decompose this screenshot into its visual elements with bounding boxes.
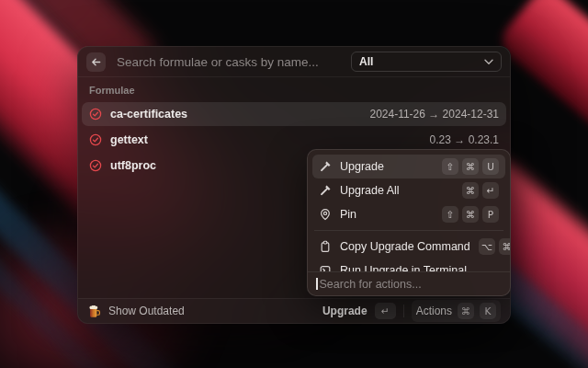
upgrade-action-label[interactable]: Upgrade [322, 305, 368, 317]
arrow-left-icon [90, 56, 102, 68]
beer-mug-icon [87, 305, 101, 318]
menu-item-copy-upgrade-command[interactable]: Copy Upgrade Command ⌥ ⌘ C [312, 235, 505, 259]
filter-dropdown-value: All [359, 55, 373, 68]
check-circle-icon [89, 159, 102, 172]
pin-icon [319, 208, 332, 221]
chevron-down-icon [484, 59, 493, 65]
formula-version-change: 2024-11-26 → 2024-12-31 [369, 108, 499, 121]
enter-key-badge: ↵ [375, 303, 396, 319]
option-key-badge: ⌥ [479, 238, 495, 255]
clipboard-icon [319, 240, 332, 253]
shift-key-badge: ⇧ [442, 206, 458, 223]
hammer-icon [319, 184, 332, 197]
menu-item-label: Upgrade [340, 160, 384, 173]
k-key-badge: K [480, 303, 496, 319]
actions-search-placeholder: Search for actions... [320, 278, 422, 291]
menu-item-label: Run Upgrade in Terminal [340, 264, 467, 271]
section-label: Formulae [82, 83, 506, 102]
footer-divider [403, 305, 404, 317]
actions-button[interactable]: Actions ⌘ K [412, 300, 501, 322]
shift-key-badge: ⇧ [442, 158, 458, 175]
cmd-key-badge: ⌘ [462, 182, 479, 199]
formula-name: utf8proc [110, 159, 156, 172]
search-header: All [78, 47, 510, 77]
terminal-icon [319, 264, 332, 271]
check-circle-icon [89, 133, 102, 146]
formula-name: ca-certificates [110, 108, 187, 121]
menu-item-label: Copy Upgrade Command [340, 240, 470, 253]
formula-version-change: 0.23 → 0.23.1 [430, 133, 499, 146]
p-key-badge: P [482, 206, 499, 223]
menu-item-label: Pin [340, 208, 356, 221]
menu-item-run-upgrade-in-terminal[interactable]: Run Upgrade in Terminal [312, 259, 505, 271]
status-bar: Show Outdated Upgrade ↵ Actions ⌘ K [78, 298, 510, 323]
cmd-key-badge: ⌘ [462, 206, 479, 223]
menu-item-pin[interactable]: Pin ⇧ ⌘ P [312, 202, 505, 226]
formula-name: gettext [110, 133, 148, 146]
list-item-ca-certificates[interactable]: ca-certificates 2024-11-26 → 2024-12-31 [82, 102, 506, 126]
search-input[interactable] [115, 54, 342, 70]
text-caret [316, 278, 318, 290]
u-key-badge: U [482, 158, 499, 175]
cmd-key-badge: ⌘ [499, 238, 510, 255]
cmd-key-badge: ⌘ [458, 303, 474, 319]
menu-item-upgrade-all[interactable]: Upgrade All ⌘ ↵ [312, 178, 505, 202]
actions-search-field[interactable]: Search for actions... [308, 271, 510, 295]
show-outdated-label: Show Outdated [108, 305, 185, 317]
actions-panel-list: Upgrade ⇧ ⌘ U Upgrade All ⌘ ↵ Pin ⇧ [308, 150, 510, 271]
enter-key-badge: ↵ [482, 182, 499, 199]
hammer-icon [319, 160, 332, 173]
back-button[interactable] [86, 52, 106, 72]
cmd-key-badge: ⌘ [462, 158, 479, 175]
check-circle-icon [89, 108, 102, 121]
menu-divider [314, 230, 503, 231]
footer-actions: Upgrade ↵ Actions ⌘ K [322, 300, 501, 322]
actions-panel: Upgrade ⇧ ⌘ U Upgrade All ⌘ ↵ Pin ⇧ [307, 149, 511, 296]
actions-label: Actions [416, 305, 452, 317]
menu-item-upgrade[interactable]: Upgrade ⇧ ⌘ U [312, 155, 505, 178]
menu-item-label: Upgrade All [340, 184, 400, 197]
filter-dropdown[interactable]: All [351, 52, 502, 72]
